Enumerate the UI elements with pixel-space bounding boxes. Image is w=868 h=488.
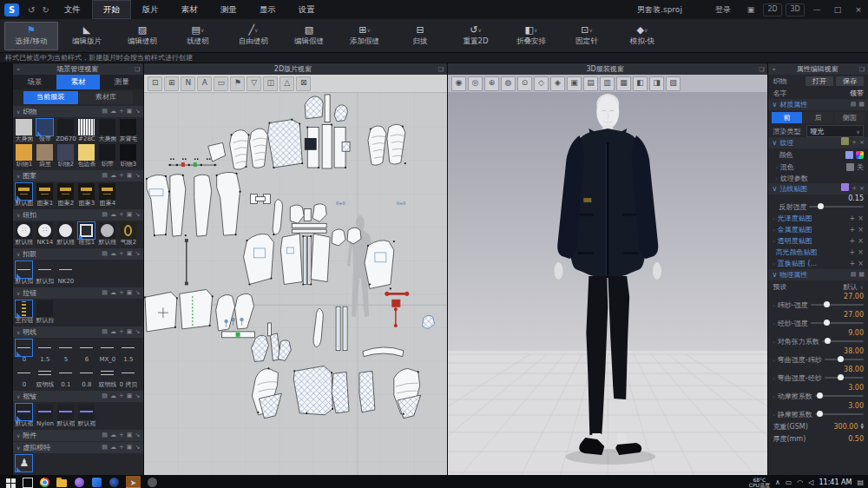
section-zipper-header[interactable]: ∨ 拉链 ▤☁+▣↘ xyxy=(13,287,143,299)
chevron-right-icon[interactable]: › xyxy=(775,164,777,170)
undo-icon[interactable]: ↺ xyxy=(24,5,38,15)
side-tab[interactable]: 侧面 xyxy=(834,112,865,123)
slider-track[interactable] xyxy=(822,340,864,342)
texture-swatch[interactable] xyxy=(841,137,849,145)
chevron-right-icon[interactable]: › xyxy=(773,375,774,381)
copy-icon[interactable]: ▣ xyxy=(127,106,133,117)
topstitch-swatch[interactable]: 0 xyxy=(14,365,35,389)
folder-icon[interactable]: ▤ xyxy=(102,209,108,221)
trash-icon[interactable]: × xyxy=(858,237,864,245)
minimize-button[interactable]: — xyxy=(807,0,826,19)
cloud-icon[interactable]: ☁ xyxy=(110,209,116,221)
app-icon-blue[interactable] xyxy=(91,477,102,488)
fit-map-icon[interactable]: ◧ xyxy=(633,76,648,91)
folder-icon[interactable]: ▤ xyxy=(102,442,108,453)
texture-view-icon[interactable]: ▤ xyxy=(583,76,598,91)
mesh-view-icon[interactable]: ▦ xyxy=(616,76,631,91)
section-button-header[interactable]: ∨ 纽扣 ▤☁+▣↘ xyxy=(13,209,143,221)
trash-icon[interactable]: × xyxy=(859,183,865,195)
show-seam-icon[interactable]: ◈ xyxy=(550,76,565,91)
expand-icon[interactable]: ↘ xyxy=(135,170,140,181)
save-button[interactable]: 保存 xyxy=(836,76,864,86)
cloud-icon[interactable]: ☁ xyxy=(110,391,116,402)
cloud-icon[interactable]: ☁ xyxy=(110,106,116,117)
copy-icon[interactable]: ▣ xyxy=(127,209,133,221)
pucker-swatch[interactable]: Nylon xyxy=(35,404,56,428)
slider-track[interactable] xyxy=(811,322,864,324)
side-tab[interactable]: 后 xyxy=(803,112,833,123)
topstitch-swatch[interactable]: 0 xyxy=(14,340,35,364)
button-swatch[interactable]: 默认纽 xyxy=(14,222,35,247)
add-icon[interactable]: + xyxy=(852,183,857,195)
section-pucker-header[interactable]: ∨ 褶皱 ▤☁+▣↘ xyxy=(13,391,143,402)
ribbon-tool-button[interactable]: ╱∨ 自由缝纫 xyxy=(227,22,280,50)
button-swatch[interactable]: 纽扣1 xyxy=(76,222,97,247)
map-row[interactable]: › 光泽度贴图 + × xyxy=(768,213,868,224)
section-avatar-header[interactable]: ∨ 虚拟模特 ▤☁+▣↘ xyxy=(13,442,143,453)
slider-track[interactable] xyxy=(815,395,864,397)
ribbon-tool-button[interactable]: ◣ 编辑版片 xyxy=(60,22,114,50)
shirt-tool-icon[interactable]: ▽ xyxy=(247,76,261,91)
name-value[interactable]: 领带 xyxy=(850,89,864,98)
preset-value[interactable]: 默认 xyxy=(844,282,858,292)
box-select-icon[interactable]: ⊡ xyxy=(148,76,162,91)
add-icon[interactable]: + xyxy=(850,237,856,245)
add-icon[interactable]: + xyxy=(850,260,856,267)
popout-icon[interactable]: ❏ xyxy=(759,66,764,73)
fabric-swatch[interactable]: 灰背毛 xyxy=(118,119,139,143)
battery-icon[interactable]: ▭ xyxy=(786,478,792,486)
material-subtab[interactable]: 当前服装 xyxy=(23,91,78,104)
topstitch-swatch[interactable]: 1.5 xyxy=(118,340,139,364)
ribbon-tool-button[interactable]: ⊟ 归拔 xyxy=(393,22,447,50)
ribbon-tool-button[interactable]: ▧ 编辑假缝 xyxy=(282,22,336,50)
ribbon-tool-button[interactable]: ↺∨ 重置2D xyxy=(449,22,503,50)
blend-swatch[interactable] xyxy=(846,163,854,171)
press-tool-icon[interactable]: ◫ xyxy=(263,76,278,91)
color-picker-icon[interactable] xyxy=(856,151,864,159)
side-tab[interactable]: 前 xyxy=(772,112,802,123)
flag-tool-icon[interactable]: ⚑ xyxy=(230,76,245,91)
chrome-icon[interactable] xyxy=(39,477,50,488)
show-internal-icon[interactable]: ▣ xyxy=(567,76,582,91)
expand-icon[interactable]: ↘ xyxy=(135,326,140,338)
section-attachment-header[interactable]: ∨ 附件 ▤☁+▣↘ xyxy=(13,430,143,441)
graphic-swatch[interactable]: 图案1 xyxy=(35,183,56,208)
popout-icon[interactable]: ❏ xyxy=(438,66,444,73)
trash-icon[interactable]: × xyxy=(858,248,864,256)
folder-icon[interactable]: ▤ xyxy=(102,287,108,299)
expand-icon[interactable]: ↘ xyxy=(135,442,140,453)
stepper-control[interactable]: ▲▼ xyxy=(861,423,864,430)
skeleton-icon[interactable]: ⊕ xyxy=(484,76,499,91)
button-swatch[interactable]: 默认纽 xyxy=(56,222,76,247)
cloud-icon[interactable]: ☁ xyxy=(110,442,116,453)
ribbon-tool-button[interactable]: ▤∨ 线缝纫 xyxy=(171,22,225,50)
material-section-header[interactable]: ∨ 材质属性 ▤▦ xyxy=(768,99,868,110)
menu-item[interactable]: 测量 xyxy=(209,0,248,19)
topstitch-swatch[interactable]: 0 拷贝 xyxy=(118,365,139,389)
show-cloth-icon[interactable]: ◇ xyxy=(534,76,549,91)
trash-icon[interactable]: × xyxy=(858,214,864,222)
graphic-swatch[interactable]: 默认图 xyxy=(14,183,35,208)
topstitch-swatch[interactable]: 双明线 xyxy=(97,365,118,389)
button-swatch[interactable]: NK14 xyxy=(35,222,56,247)
menu-item[interactable]: 显示 xyxy=(248,0,287,19)
add-icon[interactable]: + xyxy=(119,209,124,221)
menu-item[interactable]: 设置 xyxy=(287,0,326,19)
add-icon[interactable]: + xyxy=(119,326,124,338)
fabric-swatch[interactable]: 织物2 xyxy=(56,144,76,168)
expand-icon[interactable]: ↘ xyxy=(135,209,140,221)
render-type-select[interactable]: 哑光 ∨ xyxy=(806,125,864,137)
notification-icon[interactable]: ▤ xyxy=(857,478,864,486)
button-swatch[interactable]: 气眼2 xyxy=(118,222,139,247)
section-graphic-header[interactable]: ∨ 图案 ▤☁+▣↘ xyxy=(13,170,143,181)
ribbon-tool-button[interactable]: ⊡∨ 固定针 xyxy=(560,22,614,50)
add-icon[interactable]: + xyxy=(850,248,856,256)
text-a-tool-icon[interactable]: A xyxy=(197,76,212,91)
text-n-tool-icon[interactable]: N xyxy=(181,76,195,91)
avatar-tape-icon[interactable]: ◍ xyxy=(501,76,516,91)
copy-icon[interactable]: ▣ xyxy=(127,248,133,260)
zipper-swatch[interactable]: 默认拉 xyxy=(35,300,56,325)
show-avatar-icon[interactable]: ◉ xyxy=(451,76,466,91)
menu-item[interactable]: 开始 xyxy=(92,0,131,19)
copy-icon[interactable]: ▣ xyxy=(127,326,133,338)
